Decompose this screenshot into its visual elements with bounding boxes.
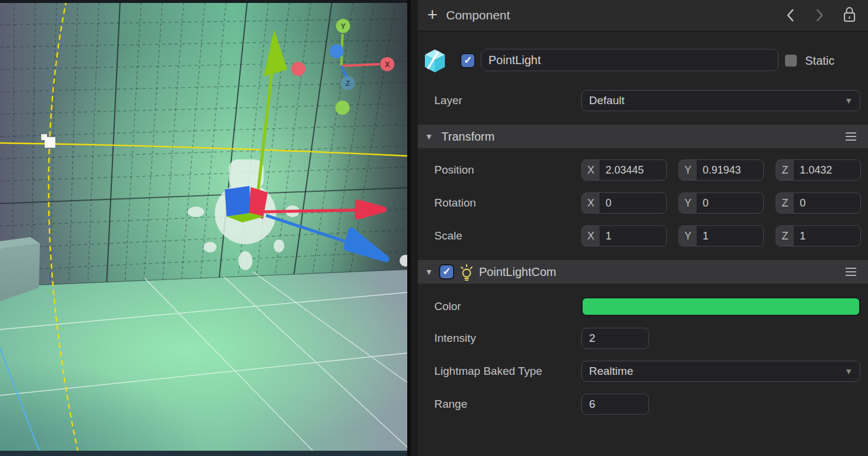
scene-floor: [0, 269, 407, 456]
scale-x-value[interactable]: 1: [600, 226, 611, 246]
editor-window: Y X Z + Component: [0, 0, 868, 456]
rotation-x-value[interactable]: 0: [600, 193, 611, 213]
orientation-z-label: Z: [345, 79, 350, 88]
chevron-right-icon: [817, 10, 822, 21]
scale-y-field[interactable]: Y 1: [679, 225, 764, 247]
lightmap-value: Realtime: [589, 365, 633, 377]
viewport-bottom-bar: [0, 451, 407, 456]
layer-label: Layer: [434, 89, 463, 112]
rotation-y-field[interactable]: Y 0: [679, 192, 764, 214]
inspector-topbar: + Component: [418, 0, 868, 32]
lock-button[interactable]: [840, 5, 858, 26]
axis-x-tag: X: [582, 160, 600, 180]
position-x-field[interactable]: X 2.03445: [581, 159, 667, 181]
axis-x-tag: X: [582, 193, 600, 213]
rotation-label: Rotation: [434, 192, 476, 214]
position-row: Position X 2.03445 Y 0.91943 Z 1.0432: [418, 159, 868, 181]
axis-y-tag: Y: [679, 160, 697, 180]
axis-z-tag: Z: [776, 160, 794, 180]
scale-z-value[interactable]: 1: [794, 226, 806, 246]
color-row: Color: [418, 295, 868, 318]
axis-z-tag: Z: [776, 193, 794, 213]
axis-x-tag: X: [582, 226, 600, 246]
range-label: Range: [434, 393, 467, 415]
axis-y-tag: Y: [679, 193, 697, 213]
intensity-label: Intensity: [434, 327, 476, 350]
lightmap-dropdown[interactable]: Realtime ▼: [581, 361, 860, 382]
static-checkbox[interactable]: [784, 54, 798, 68]
position-z-value[interactable]: 1.0432: [794, 160, 832, 180]
position-z-field[interactable]: Z 1.0432: [776, 159, 861, 181]
orientation-y-label: Y: [341, 22, 346, 31]
collapse-triangle-icon[interactable]: ▼: [425, 260, 433, 284]
rotation-row: Rotation X 0 Y 0 Z 0: [418, 192, 868, 214]
static-label: Static: [805, 48, 834, 73]
layer-value: Default: [589, 94, 624, 106]
collapse-triangle-icon[interactable]: ▼: [425, 125, 433, 148]
scale-row: Scale X 1 Y 1 Z 1: [418, 225, 868, 247]
active-checkbox[interactable]: ✓: [460, 53, 475, 68]
panel-splitter[interactable]: [407, 0, 418, 456]
axis-z-tag: Z: [776, 226, 794, 246]
rotation-z-field[interactable]: Z 0: [776, 192, 861, 214]
viewport-top-bar: [0, 0, 407, 3]
axis-y-tag: Y: [679, 226, 697, 246]
chevron-down-icon: ▼: [844, 361, 853, 381]
range-row: Range 6: [418, 393, 868, 415]
rotation-x-field[interactable]: X 0: [581, 192, 667, 214]
plus-icon[interactable]: +: [427, 0, 438, 29]
lightmap-label: Lightmap Baked Type: [434, 360, 542, 382]
scale-label: Scale: [434, 225, 463, 247]
context-menu-icon[interactable]: [846, 132, 856, 141]
light-bulb-icon: [459, 264, 474, 284]
chevron-down-icon: ▼: [844, 91, 853, 111]
component-enabled-checkbox[interactable]: ✓: [439, 264, 454, 279]
back-button[interactable]: [783, 6, 799, 25]
transform-section-header[interactable]: ▼ Transform: [418, 125, 868, 148]
layer-row: Layer Default ▼: [418, 89, 868, 112]
add-component-label[interactable]: Component: [446, 0, 510, 31]
layer-dropdown[interactable]: Default ▼: [581, 90, 860, 111]
orientation-neg-z-handle[interactable]: [330, 44, 344, 58]
pointlightcom-title: PointLightCom: [479, 260, 556, 284]
name-input[interactable]: PointLight: [481, 49, 779, 71]
move-gizmo-center-cube[interactable]: [225, 186, 268, 222]
intensity-row: Intensity 2: [418, 327, 868, 350]
transform-title: Transform: [441, 125, 494, 148]
scale-z-field[interactable]: Z 1: [776, 225, 861, 247]
orientation-neg-x-handle[interactable]: [291, 62, 305, 76]
scale-y-value[interactable]: 1: [697, 226, 709, 246]
scene-render: Y X Z: [0, 0, 407, 456]
color-label: Color: [434, 295, 461, 318]
color-swatch[interactable]: [581, 297, 860, 316]
lock-icon: [840, 5, 858, 26]
position-label: Position: [434, 159, 474, 181]
context-menu-icon[interactable]: [846, 268, 856, 276]
chevron-left-icon: [788, 10, 793, 21]
rotation-z-value[interactable]: 0: [794, 193, 806, 213]
position-y-value[interactable]: 0.91943: [697, 160, 741, 180]
pointlightcom-section-header[interactable]: ▼ ✓ PointLightCom: [418, 260, 868, 284]
orientation-neg-y-handle[interactable]: [335, 101, 350, 115]
scale-x-field[interactable]: X 1: [581, 225, 667, 247]
lightmap-row: Lightmap Baked Type Realtime ▼: [418, 360, 868, 382]
position-y-field[interactable]: Y 0.91943: [679, 159, 764, 181]
intensity-input[interactable]: 2: [581, 328, 649, 349]
orientation-x-label: X: [385, 60, 390, 69]
scene-viewport[interactable]: Y X Z: [0, 0, 407, 456]
game-object-row: ✓ PointLight Static: [418, 48, 868, 73]
inspector-panel: + Component: [418, 0, 868, 456]
rotation-y-value[interactable]: 0: [697, 193, 709, 213]
position-x-value[interactable]: 2.03445: [600, 160, 644, 180]
cube-icon: [423, 48, 447, 76]
move-gizmo-x-axis[interactable]: [264, 210, 357, 212]
range-input[interactable]: 6: [581, 394, 649, 415]
forward-button[interactable]: [811, 6, 827, 25]
